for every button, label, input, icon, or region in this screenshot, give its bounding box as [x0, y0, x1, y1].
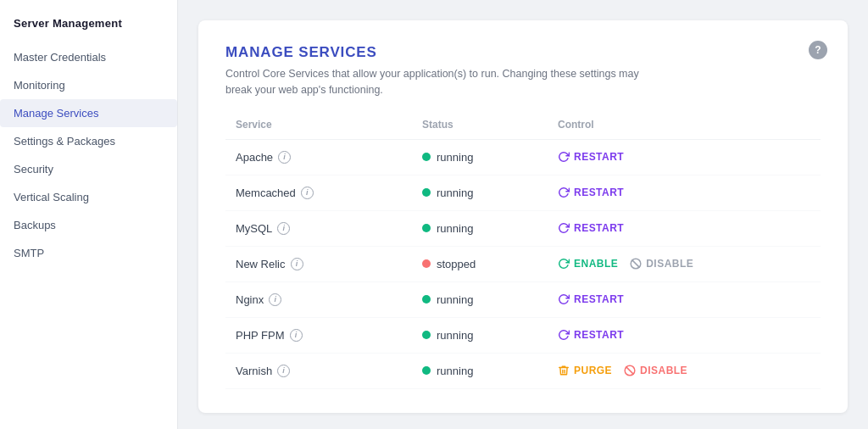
- info-icon[interactable]: i: [291, 258, 303, 270]
- service-name: Nginx i: [236, 293, 402, 306]
- btn-label: RESTART: [574, 151, 624, 163]
- col-header-control: Control: [548, 119, 821, 140]
- status-text: running: [437, 329, 473, 342]
- restart-button[interactable]: RESTART: [558, 222, 624, 234]
- status-indicator: running: [422, 365, 537, 377]
- status-dot: [422, 366, 431, 375]
- status-cell: running: [412, 317, 548, 353]
- btn-label: RESTART: [574, 222, 624, 234]
- sidebar-item-settings-packages[interactable]: Settings & Packages: [0, 127, 177, 155]
- sidebar-item-manage-services[interactable]: Manage Services: [0, 99, 177, 127]
- table-row: MySQL i running RESTART: [225, 210, 821, 246]
- service-cell-nginx: Nginx i: [225, 281, 412, 317]
- restart-button[interactable]: RESTART: [558, 293, 624, 305]
- btn-label: DISABLE: [646, 258, 693, 270]
- status-text: running: [437, 293, 473, 306]
- help-icon[interactable]: ?: [809, 41, 827, 59]
- service-name: Varnish i: [236, 365, 402, 377]
- status-cell: stopped: [412, 246, 548, 281]
- sidebar-item-smtp[interactable]: SMTP: [0, 239, 177, 267]
- status-indicator: running: [422, 293, 537, 306]
- control-buttons: RESTART: [558, 293, 810, 305]
- service-label: MySQL: [236, 222, 272, 235]
- service-cell-mysql: MySQL i: [225, 210, 412, 246]
- service-name: Memcached i: [236, 187, 402, 199]
- service-label: Varnish: [236, 365, 272, 377]
- service-cell-memcached: Memcached i: [225, 175, 412, 210]
- service-name: MySQL i: [236, 222, 402, 235]
- sidebar-item-master-credentials[interactable]: Master Credentials: [0, 43, 177, 71]
- status-indicator: running: [422, 329, 537, 342]
- control-cell: RESTART: [548, 175, 821, 210]
- service-cell-new-relic: New Relic i: [225, 246, 412, 281]
- status-text: running: [437, 222, 473, 235]
- service-cell-apache: Apache i: [225, 139, 412, 175]
- btn-label: ENABLE: [574, 258, 618, 270]
- service-cell-php-fpm: PHP FPM i: [225, 317, 412, 353]
- status-dot: [422, 224, 431, 232]
- table-row: Apache i running RESTART: [225, 139, 821, 175]
- service-label: Nginx: [236, 293, 264, 306]
- control-cell: PURGEDISABLE: [548, 353, 821, 388]
- restart-button[interactable]: RESTART: [558, 329, 624, 341]
- status-text: running: [437, 187, 473, 199]
- control-cell: RESTART: [548, 210, 821, 246]
- btn-label: RESTART: [574, 187, 624, 198]
- btn-label: DISABLE: [640, 365, 687, 376]
- info-icon[interactable]: i: [301, 187, 314, 199]
- services-table: ServiceStatusControl Apache i running RE…: [225, 119, 821, 389]
- status-cell: running: [412, 281, 548, 317]
- service-name: PHP FPM i: [236, 329, 402, 342]
- status-text: running: [437, 365, 473, 377]
- status-text: running: [437, 151, 473, 164]
- sidebar-item-vertical-scaling[interactable]: Vertical Scaling: [0, 183, 177, 211]
- info-icon[interactable]: i: [277, 365, 290, 377]
- status-dot: [422, 295, 431, 304]
- main-content: ? MANAGE SERVICES Control Core Services …: [178, 0, 868, 429]
- status-indicator: running: [422, 187, 537, 199]
- disable-button[interactable]: DISABLE: [630, 258, 693, 270]
- control-cell: RESTART: [548, 281, 821, 317]
- status-cell: running: [412, 175, 548, 210]
- restart-button[interactable]: RESTART: [558, 187, 624, 198]
- control-cell: RESTART: [548, 317, 821, 353]
- control-buttons: RESTART: [558, 187, 810, 198]
- btn-label: RESTART: [574, 293, 624, 305]
- restart-button[interactable]: RESTART: [558, 151, 624, 163]
- disable-active-button[interactable]: DISABLE: [624, 365, 687, 376]
- purge-button[interactable]: PURGE: [558, 365, 612, 376]
- sidebar-item-security[interactable]: Security: [0, 155, 177, 183]
- btn-label: RESTART: [574, 329, 624, 341]
- manage-services-card: ? MANAGE SERVICES Control Core Services …: [198, 20, 848, 413]
- control-buttons: RESTART: [558, 222, 810, 234]
- status-dot: [422, 153, 431, 161]
- service-cell-varnish: Varnish i: [225, 353, 412, 388]
- status-dot: [422, 331, 431, 339]
- status-dot: [422, 188, 431, 197]
- service-label: Memcached: [236, 187, 296, 199]
- status-indicator: stopped: [422, 258, 537, 270]
- table-row: PHP FPM i running RESTART: [225, 317, 821, 353]
- enable-button[interactable]: ENABLE: [558, 258, 618, 270]
- control-buttons: PURGEDISABLE: [558, 365, 810, 376]
- service-name: Apache i: [236, 151, 402, 164]
- service-label: PHP FPM: [236, 329, 285, 342]
- status-text: stopped: [437, 258, 476, 270]
- sidebar-item-monitoring[interactable]: Monitoring: [0, 71, 177, 99]
- sidebar-item-backups[interactable]: Backups: [0, 211, 177, 239]
- status-dot: [422, 259, 431, 268]
- table-row: Varnish i running PURGEDISABLE: [225, 353, 821, 388]
- page-description: Control Core Services that allow your ap…: [225, 66, 666, 98]
- status-cell: running: [412, 353, 548, 388]
- info-icon[interactable]: i: [269, 293, 281, 306]
- col-header-status: Status: [412, 119, 548, 140]
- control-cell: ENABLEDISABLE: [548, 246, 821, 281]
- info-icon[interactable]: i: [278, 151, 291, 164]
- info-icon[interactable]: i: [290, 329, 303, 342]
- col-header-service: Service: [225, 119, 412, 140]
- control-buttons: ENABLEDISABLE: [558, 258, 810, 270]
- info-icon[interactable]: i: [277, 222, 290, 235]
- service-name: New Relic i: [236, 258, 402, 270]
- table-row: New Relic i stopped ENABLEDISABLE: [225, 246, 821, 281]
- svg-line-1: [632, 260, 639, 267]
